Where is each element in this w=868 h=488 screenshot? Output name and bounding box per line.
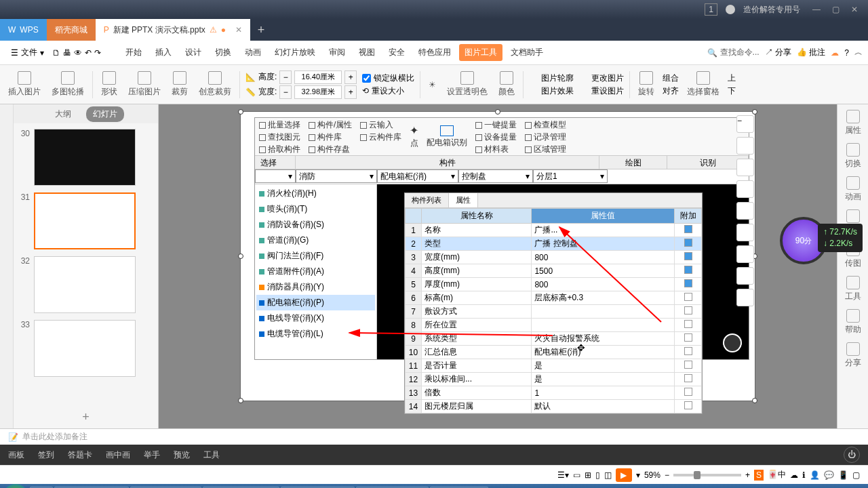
bb-signin[interactable]: 签到 (38, 449, 54, 461)
wps-home-tab[interactable]: WWPS (0, 19, 47, 41)
tray-info-icon[interactable]: ℹ (802, 470, 806, 480)
tray-cloud-icon[interactable]: ☁ (790, 470, 798, 480)
move-up-button[interactable]: 上 (728, 73, 736, 84)
preview-icon[interactable]: 👁 (74, 48, 82, 58)
slide-canvas[interactable]: 批量选择 查找图元 拾取构件 构件/属性 构件库 构件存盘 云输入 云构件库 (240, 111, 755, 401)
rp-help[interactable]: 帮助 (845, 309, 861, 336)
height-minus[interactable]: − (279, 70, 292, 84)
reset-size-icon[interactable]: ⟲ (362, 86, 369, 96)
new-tab-button[interactable]: + (250, 19, 272, 41)
close-tab-icon[interactable]: ✕ (235, 25, 242, 35)
slide-thumb-31[interactable]: 31 (19, 192, 153, 249)
pic-effect-button[interactable]: 图片效果 (529, 85, 574, 97)
menu-view[interactable]: 视图 (353, 44, 380, 61)
menu-security[interactable]: 安全 (383, 44, 410, 61)
shop-tab[interactable]: 稻壳商城 (47, 19, 96, 41)
zoom-percent[interactable]: 59% (644, 470, 660, 480)
redo-icon[interactable]: ↷ (94, 48, 101, 58)
aspect-icon[interactable] (736, 180, 754, 198)
bb-raise-hand[interactable]: 举手 (144, 449, 160, 461)
sogou-icon[interactable]: S (754, 470, 764, 481)
brightness-button[interactable]: ☀ (426, 79, 439, 91)
save-icon[interactable]: 🗋 (52, 48, 60, 58)
copy-tool-icon[interactable] (736, 245, 754, 263)
power-button[interactable]: ⏻ (844, 447, 860, 463)
user-name[interactable]: 造价解答专用号 (743, 4, 800, 16)
menu-doc-assist[interactable]: 文档助手 (505, 44, 549, 61)
view-notes-icon[interactable]: ◫ (604, 470, 612, 480)
tray-chat-icon[interactable]: 💬 (824, 470, 834, 480)
group-tool-icon[interactable] (736, 267, 754, 285)
rp-animation[interactable]: 动画 (845, 176, 861, 203)
slides-tab[interactable]: 幻灯片 (86, 106, 124, 122)
bb-preview[interactable]: 预览 (174, 449, 190, 461)
layers-icon[interactable] (736, 137, 754, 155)
approve-button[interactable]: 👍 批注 (797, 47, 825, 58)
crop-button[interactable]: 裁剪 (169, 70, 191, 99)
network-speed-widget[interactable]: ↑ 72.7K/s ↓ 2.2K/s (818, 224, 863, 252)
pic-outline-button[interactable]: 图片轮廓 (529, 73, 574, 84)
shape-button[interactable]: 形状 (98, 70, 120, 99)
compress-button[interactable]: 压缩图片 (125, 70, 163, 99)
add-slide-button[interactable]: + (14, 406, 158, 428)
bb-canvas[interactable]: 画板 (8, 449, 24, 461)
notes-toggle-icon[interactable]: ☰▾ (557, 470, 569, 480)
height-input[interactable] (294, 70, 342, 84)
play-slideshow-button[interactable]: ▶ (616, 468, 632, 482)
view-reading-icon[interactable]: ▯ (595, 470, 600, 480)
reset-pic-button[interactable]: 重设图片 (579, 85, 624, 97)
active-document-tab[interactable]: P 新建 PPTX 演示文稿.pptx ⚠ ● ✕ (96, 19, 250, 41)
width-minus[interactable]: − (279, 85, 292, 99)
slide-thumb-32[interactable]: 32 (19, 256, 153, 313)
notes-bar[interactable]: 📝单击此处添加备注 (0, 428, 868, 445)
menu-slideshow[interactable]: 幻灯片放映 (269, 44, 321, 61)
crop-tool-icon[interactable] (736, 159, 754, 176)
color-button[interactable]: 颜色 (496, 70, 517, 99)
creative-crop-button[interactable]: 创意裁剪 (196, 70, 234, 99)
menu-transition[interactable]: 切换 (210, 44, 237, 61)
zoom-out-button[interactable]: − (736, 115, 754, 133)
multi-outline-button[interactable]: 多图轮播 (49, 70, 87, 99)
rotate-button[interactable]: 旋转 (635, 70, 657, 99)
transparent-button[interactable]: 设置透明色 (444, 70, 490, 99)
combine-button[interactable]: 组合 (663, 73, 679, 84)
width-input[interactable] (294, 85, 342, 99)
menu-start[interactable]: 开始 (120, 44, 147, 61)
share-button[interactable]: ↗ 分享 (765, 47, 791, 58)
maximize-button[interactable]: ▢ (827, 3, 844, 16)
tray-phone-icon[interactable]: 📱 (838, 470, 848, 480)
user-avatar[interactable] (726, 5, 735, 14)
align-button[interactable]: 对齐 (663, 85, 679, 97)
menu-features[interactable]: 特色应用 (413, 44, 456, 61)
bb-quiz[interactable]: 答题卡 (68, 449, 92, 461)
file-menu[interactable]: ☰ 文件 ▾ (5, 44, 50, 61)
cloud-icon[interactable]: ☁ (831, 48, 839, 58)
collapse-ribbon-icon[interactable]: ︿ (854, 47, 863, 58)
select-pane-button[interactable]: 选择窗格 (684, 70, 722, 99)
rp-switch[interactable]: 切换 (845, 143, 861, 169)
lock-ratio-checkbox[interactable] (362, 74, 371, 83)
menu-design[interactable]: 设计 (180, 44, 207, 61)
menu-animation[interactable]: 动画 (239, 44, 267, 61)
zoom-plus[interactable]: + (745, 470, 750, 480)
print-icon[interactable]: 🖶 (63, 48, 71, 58)
reset-size-label[interactable]: 重设大小 (372, 85, 404, 97)
rp-share[interactable]: 分享 (845, 342, 861, 369)
tray-square-icon[interactable]: ▢ (852, 470, 860, 480)
bb-tools[interactable]: 工具 (203, 449, 220, 461)
slide-thumb-33[interactable]: 33 (19, 320, 153, 377)
menu-review[interactable]: 审阅 (323, 44, 351, 61)
zoom-slider[interactable] (673, 474, 741, 476)
tray-user-icon[interactable]: 👤 (810, 470, 820, 480)
menu-insert[interactable]: 插入 (150, 44, 177, 61)
more-tool-icon[interactable] (736, 289, 754, 306)
change-pic-button[interactable]: 更改图片 (579, 73, 624, 84)
command-search[interactable]: 🔍 查找命令... (707, 47, 760, 58)
move-down-button[interactable]: 下 (728, 85, 736, 97)
zoom-minus[interactable]: − (665, 470, 669, 480)
rp-properties[interactable]: 属性 (845, 110, 861, 136)
start-button[interactable] (3, 484, 28, 488)
height-plus[interactable]: + (344, 70, 357, 84)
view-sorter-icon[interactable]: ⊞ (585, 470, 591, 480)
left-collapse-bar[interactable] (0, 104, 14, 428)
